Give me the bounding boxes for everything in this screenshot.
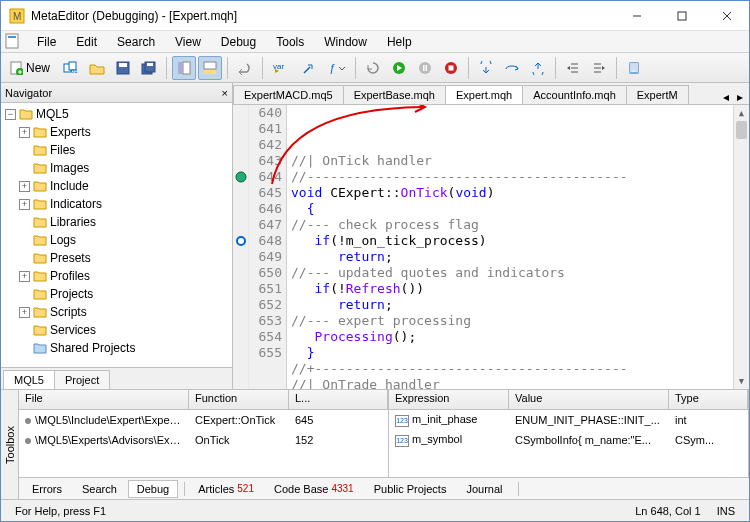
editor-tab[interactable]: Expert.mqh [445,85,523,104]
toolbox-tab-public projects[interactable]: Public Projects [365,480,456,498]
scroll-up-icon[interactable]: ▴ [734,105,749,121]
gutter-marker[interactable] [233,329,248,345]
col-type[interactable]: Type [669,390,748,409]
menu-file[interactable]: File [27,33,66,51]
watch-row[interactable]: 123m_init_phaseENUM_INIT_PHASE::INIT_...… [389,410,748,430]
code-line[interactable]: //--- check process flag [291,217,733,233]
col-line[interactable]: L... [289,390,388,409]
view-navigator-button[interactable] [172,56,196,80]
menu-tools[interactable]: Tools [266,33,314,51]
goto-definition-button[interactable] [298,56,322,80]
tab-scroll-right-icon[interactable]: ▸ [733,90,747,104]
menu-window[interactable]: Window [314,33,377,51]
call-stack-row[interactable]: \MQL5\Experts\Advisors\ExpertMA...OnTick… [19,430,388,450]
nav-tab-mql5[interactable]: MQL5 [3,370,55,389]
menu-help[interactable]: Help [377,33,422,51]
tree-item[interactable]: +Scripts [5,303,228,321]
gutter-marker[interactable] [233,265,248,281]
new-button[interactable]: New [5,56,57,80]
undo-button[interactable] [233,56,257,80]
call-stack-row[interactable]: \MQL5\Include\Expert\Expert.mqhCExpert::… [19,410,388,430]
code-line[interactable]: { [291,201,733,217]
tree-item[interactable]: Files [5,141,228,159]
toolbox-tab-errors[interactable]: Errors [23,480,71,498]
gutter-marker[interactable] [233,281,248,297]
tab-scroll-left-icon[interactable]: ◂ [719,90,733,104]
watch-row[interactable]: 123m_symbolCSymbolInfo{ m_name:"E...CSym… [389,430,748,450]
gutter-marker[interactable] [233,185,248,201]
step-out-button[interactable] [526,56,550,80]
col-value[interactable]: Value [509,390,669,409]
step-into-button[interactable] [474,56,498,80]
code-line[interactable]: if(!m_on_tick_process) [291,233,733,249]
gutter-marker[interactable] [233,153,248,169]
indent-right-button[interactable] [587,56,611,80]
editor-tab[interactable]: ExpertM [626,85,689,104]
gutter-marker[interactable] [233,217,248,233]
toolbox-tab-search[interactable]: Search [73,480,126,498]
tree-item[interactable]: +Experts [5,123,228,141]
menu-debug[interactable]: Debug [211,33,266,51]
toolbox-tab-journal[interactable]: Journal [457,480,511,498]
code-line[interactable]: Processing(); [291,329,733,345]
tree-item[interactable]: Services [5,321,228,339]
menu-edit[interactable]: Edit [66,33,107,51]
open-button[interactable] [85,56,109,80]
toolbox-tab-code base[interactable]: Code Base4331 [265,480,363,498]
tree-item[interactable]: +Include [5,177,228,195]
code-line[interactable]: //+-------------------------------------… [291,361,733,377]
tree-item[interactable]: Projects [5,285,228,303]
gutter-marker[interactable] [233,201,248,217]
view-toolbox-button[interactable] [198,56,222,80]
code-line[interactable]: //--- expert processing [291,313,733,329]
toolbox-tab-debug[interactable]: Debug [128,480,178,498]
code-line[interactable]: } [291,345,733,361]
navigator-close-icon[interactable]: × [222,87,228,99]
code-line[interactable]: //--------------------------------------… [291,169,733,185]
restart-debug-button[interactable] [361,56,385,80]
save-button[interactable] [111,56,135,80]
code-line[interactable]: void CExpert::OnTick(void) [291,185,733,201]
step-over-button[interactable] [500,56,524,80]
tree-item[interactable]: +Indicators [5,195,228,213]
stop-debug-button[interactable] [439,56,463,80]
code-line[interactable]: //--- updated quotes and indicators [291,265,733,281]
pause-debug-button[interactable] [413,56,437,80]
gutter-marker[interactable] [233,249,248,265]
code-line[interactable]: return; [291,297,733,313]
code-line[interactable]: return; [291,249,733,265]
nav-tab-project[interactable]: Project [54,370,110,389]
code-editor[interactable]: 6406416426436446456466476486496506516526… [233,105,749,389]
menu-view[interactable]: View [165,33,211,51]
tree-item[interactable]: +Profiles [5,267,228,285]
col-function[interactable]: Function [189,390,289,409]
col-expression[interactable]: Expression [389,390,509,409]
gutter-marker[interactable] [233,169,248,185]
function-list-button[interactable]: ƒ [324,56,350,80]
gutter-marker[interactable] [233,137,248,153]
editor-scrollbar[interactable]: ▴ ▾ [733,105,749,389]
gutter-marker[interactable] [233,297,248,313]
compile-button[interactable]: 01 [59,56,83,80]
gutter-marker[interactable] [233,233,248,249]
gutter-marker[interactable] [233,313,248,329]
navigator-tree[interactable]: − MQL5 +ExpertsFilesImages+Include+Indic… [1,103,232,367]
editor-tab[interactable]: ExpertBase.mqh [343,85,446,104]
gutter-marker[interactable] [233,105,248,121]
save-all-button[interactable] [137,56,161,80]
start-debug-button[interactable] [387,56,411,80]
tree-item[interactable]: Shared Projects [5,339,228,357]
code-line[interactable]: if(!Refresh()) [291,281,733,297]
menu-search[interactable]: Search [107,33,165,51]
editor-tab[interactable]: ExpertMACD.mq5 [233,85,344,104]
tree-item[interactable]: Presets [5,249,228,267]
var-button[interactable]: var [268,56,296,80]
scroll-down-icon[interactable]: ▾ [734,373,749,389]
col-file[interactable]: File [19,390,189,409]
maximize-button[interactable] [659,1,704,30]
minimize-button[interactable] [614,1,659,30]
close-button[interactable] [704,1,749,30]
bookmark-button[interactable] [622,56,646,80]
gutter-marker[interactable] [233,121,248,137]
code-line[interactable]: //| OnTick handler [291,153,733,169]
